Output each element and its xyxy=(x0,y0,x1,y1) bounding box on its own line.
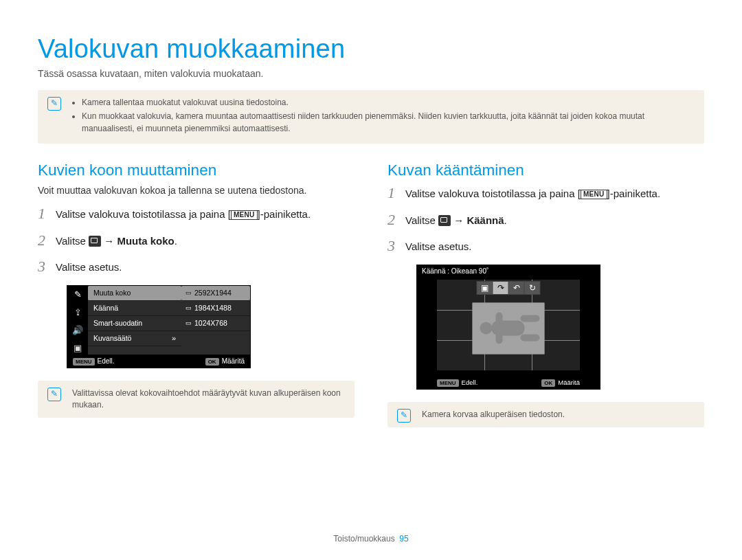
note-icon: ✎ xyxy=(47,388,61,401)
edit-mode-icon xyxy=(438,215,451,226)
step-number: 1 xyxy=(387,185,398,201)
step-number: 3 xyxy=(387,238,398,254)
step-number: 3 xyxy=(38,258,49,275)
right-note-box: ✎ Kamera korvaa alkuperäisen tiedoston. xyxy=(387,402,704,427)
step-text: → xyxy=(451,214,466,226)
step-number: 1 xyxy=(38,205,49,222)
top-note-item: Kun muokkaat valokuvia, kamera muuntaa a… xyxy=(82,111,693,135)
display-tab-icon: ▣ xyxy=(71,342,85,355)
menu-item-adjust: Kuvansäätö » xyxy=(88,331,181,346)
section-title-rotate: Kuvan kääntäminen xyxy=(387,161,704,179)
step-2-left: 2 Valitse → Muuta koko. xyxy=(38,232,355,249)
camera-sidebar: ✎ ⇪ 🔊 ▣ xyxy=(67,286,88,355)
share-tab-icon: ⇪ xyxy=(71,306,85,319)
camera-footer: MENUEdell. OKMääritä xyxy=(67,355,250,368)
step-1-right: 1 Valitse valokuva toistotilassa ja pain… xyxy=(387,185,704,202)
rotate-left-90-icon: ↶ xyxy=(509,282,524,294)
svg-rect-5 xyxy=(496,312,503,327)
menu-item-resize: Muuta koko xyxy=(88,286,181,301)
footer-ok-label: Määritä xyxy=(558,379,580,386)
menu-button-icon: MENU xyxy=(437,379,459,387)
ok-button-icon: OK xyxy=(541,379,555,387)
svg-rect-4 xyxy=(521,334,540,341)
ok-button-icon: OK xyxy=(205,358,219,366)
footer-ok-label: Määritä xyxy=(222,357,245,365)
step-number: 2 xyxy=(38,232,49,249)
camera-menu-list: Muuta koko Käännä Smart-suodatin Kuvansä… xyxy=(88,286,181,355)
left-note-text: Valittavissa olevat kokovaihtoehdot määr… xyxy=(72,388,341,410)
footer-page-number: 95 xyxy=(399,534,408,544)
menu-button-icon: MENU xyxy=(231,210,258,220)
sound-tab-icon: 🔊 xyxy=(71,324,85,337)
menu-item-rotate: Käännä xyxy=(88,301,181,316)
svg-rect-6 xyxy=(496,328,503,344)
step-text: ]-painiketta. xyxy=(258,208,311,220)
rotate-title: Käännä : Oikeaan 90˚ xyxy=(416,265,600,278)
step-text: Valitse valokuva toistotilassa ja paina … xyxy=(56,208,231,220)
photo-icon: ▭ xyxy=(186,320,192,326)
step-2-right: 2 Valitse → Käännä. xyxy=(387,212,704,229)
step-3-right: 3 Valitse asetus. xyxy=(387,238,704,255)
top-note-box: ✎ Kamera tallentaa muokatut valokuvat uu… xyxy=(38,90,704,144)
step-text-bold: Muuta koko xyxy=(117,235,174,247)
step-1-left: 1 Valitse valokuva toistotilassa ja pain… xyxy=(38,205,355,223)
step-text: Valitse xyxy=(56,235,89,247)
photo-icon: ▭ xyxy=(186,289,192,296)
edit-tab-icon: ✎ xyxy=(71,289,85,301)
rotate-options-strip: ▣ ↷ ↶ ↻ xyxy=(477,281,541,295)
step-number: 2 xyxy=(387,212,398,228)
step-text: Valitse asetus. xyxy=(405,238,704,255)
right-note-text: Kamera korvaa alkuperäisen tiedoston. xyxy=(422,410,565,419)
svg-rect-3 xyxy=(521,315,540,322)
rotate-right-90-icon: ↷ xyxy=(493,282,508,294)
step-text: . xyxy=(504,214,507,226)
person-silhouette-icon xyxy=(473,302,545,354)
footer-prev-label: Edell. xyxy=(462,379,478,386)
step-text: ]-painiketta. xyxy=(607,188,661,199)
svg-point-1 xyxy=(480,322,493,334)
step-text-bold: Käännä xyxy=(466,214,504,226)
note-icon: ✎ xyxy=(397,409,411,423)
step-text: Valitse xyxy=(405,214,438,226)
top-note-item: Kamera tallentaa muokatut valokuvat uusi… xyxy=(82,97,693,109)
rotate-original-icon: ▣ xyxy=(477,282,493,294)
rotate-flip-icon: ↻ xyxy=(525,282,540,294)
camera-rotate-illustration: Käännä : Oikeaan 90˚ ▣ ↷ ↶ ↻ xyxy=(416,265,600,390)
menu-button-icon: MENU xyxy=(581,190,607,199)
size-option: ▭2592X1944 xyxy=(181,286,250,301)
camera-size-list: ▭2592X1944 ▭1984X1488 ▭1024X768 xyxy=(181,286,250,355)
step-text: → xyxy=(101,235,117,247)
edit-mode-icon xyxy=(89,236,101,247)
left-note-box: ✎ Valittavissa olevat kokovaihtoehdot mä… xyxy=(38,381,355,418)
menu-button-icon: MENU xyxy=(73,358,95,366)
section-title-resize: Kuvien koon muuttaminen xyxy=(38,161,355,179)
step-text: . xyxy=(175,235,177,247)
page-subtitle: Tässä osassa kuvataan, miten valokuvia m… xyxy=(38,68,704,79)
camera-footer: MENUEdell. OKMääritä xyxy=(416,375,600,390)
footer-prev-label: Edell. xyxy=(98,357,115,365)
step-text: Valitse asetus. xyxy=(56,258,355,276)
rotate-canvas: ▣ ↷ ↶ ↻ xyxy=(437,280,580,370)
footer-section-label: Toisto/muokkaus xyxy=(333,534,394,544)
section-sub-resize: Voit muuttaa valokuvan kokoa ja tallenna… xyxy=(38,185,355,196)
photo-icon: ▭ xyxy=(186,304,192,311)
page-title: Valokuvan muokkaaminen xyxy=(38,34,704,64)
size-option: ▭1984X1488 xyxy=(181,301,250,316)
step-3-left: 3 Valitse asetus. xyxy=(38,258,355,276)
step-text: Valitse valokuva toistotilassa ja paina … xyxy=(405,188,581,199)
page-footer: Toisto/muokkaus 95 xyxy=(0,534,742,544)
camera-resize-menu-illustration: ✎ ⇪ 🔊 ▣ Muuta koko Käännä Smart-suodatin… xyxy=(67,285,251,368)
note-icon: ✎ xyxy=(47,97,61,111)
menu-item-smartfilter: Smart-suodatin xyxy=(88,316,181,331)
size-option: ▭1024X768 xyxy=(181,316,250,331)
more-arrow-icon: » xyxy=(172,334,176,342)
